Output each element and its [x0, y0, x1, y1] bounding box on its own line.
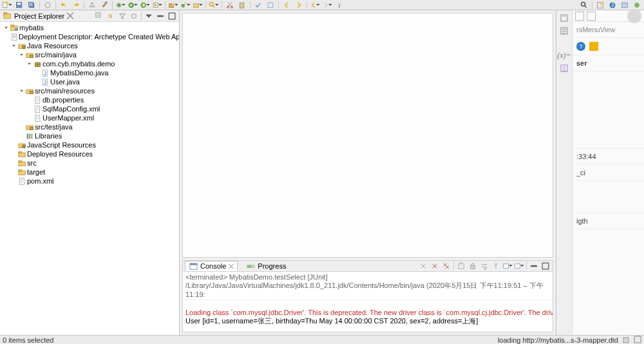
search-tool-icon[interactable] — [209, 1, 219, 10]
avatar-icon[interactable] — [627, 9, 641, 23]
java-ee-perspective-icon[interactable]: J — [607, 1, 618, 10]
save-icon[interactable] — [14, 1, 24, 10]
display-selected-console-icon[interactable] — [502, 262, 513, 271]
separator — [307, 1, 307, 9]
paste-icon[interactable] — [237, 1, 247, 10]
pin-console-icon[interactable] — [491, 262, 501, 271]
open-console-icon[interactable] — [514, 262, 524, 271]
svg-rect-40 — [12, 33, 16, 40]
tree-node[interactable]: pom.xml — [0, 177, 179, 186]
editor-area[interactable] — [182, 13, 553, 258]
tree-node[interactable]: Java Resources — [0, 41, 179, 50]
tree-node[interactable]: mybatis — [0, 23, 179, 32]
restore-icon[interactable] — [558, 13, 570, 23]
new-package-icon[interactable] — [168, 1, 178, 10]
run-last-icon[interactable] — [152, 1, 162, 10]
svg-rect-22 — [240, 3, 244, 8]
terminate-icon[interactable] — [43, 1, 53, 10]
back-icon[interactable] — [310, 1, 320, 10]
word-wrap-icon[interactable] — [479, 262, 489, 271]
svg-rect-7 — [90, 5, 95, 8]
coverage-icon[interactable] — [140, 1, 150, 10]
tree-node[interactable]: Libraries — [0, 131, 179, 140]
cut-icon[interactable] — [225, 1, 235, 10]
svg-rect-8 — [105, 1, 108, 3]
tree-node-label: Deployment Descriptor: Archetype Created… — [19, 33, 179, 41]
focus-icon[interactable] — [129, 12, 139, 21]
tasklist-min-icon[interactable] — [558, 63, 570, 73]
tree-node[interactable]: src/test/java — [0, 122, 179, 131]
new-folder-icon[interactable] — [193, 1, 203, 10]
disclosure-icon[interactable] — [3, 26, 9, 30]
debug-icon[interactable] — [115, 1, 126, 10]
filter-icon[interactable] — [117, 12, 128, 21]
tree-node[interactable]: src/main/resources — [0, 86, 179, 95]
tree-node[interactable]: src/main/java — [0, 50, 179, 59]
quick-access-search-icon[interactable] — [579, 1, 589, 10]
java-perspective-icon[interactable] — [620, 1, 630, 10]
view-menu-icon[interactable] — [144, 12, 154, 21]
undo-icon[interactable] — [59, 1, 69, 10]
right-row-ci: _ci — [573, 165, 644, 181]
remove-all-icon[interactable] — [441, 262, 451, 271]
svg-rect-33 — [3, 13, 6, 14]
svg-rect-63 — [18, 151, 21, 153]
tree-node[interactable]: JavaScript Resources — [0, 140, 179, 149]
tree-node[interactable]: J User.java — [0, 77, 179, 86]
console-output[interactable]: Loading class `com.mysql.jdbc.Driver'. T… — [183, 300, 553, 332]
tree-node[interactable]: SqlMapConfig.xml — [0, 104, 179, 113]
terminate-relaunch-icon[interactable] — [418, 262, 428, 271]
tree-node-label: Libraries — [35, 132, 62, 140]
pin-editor-icon[interactable] — [334, 1, 345, 10]
remove-launch-icon[interactable] — [430, 262, 440, 271]
next-edit-icon[interactable] — [294, 1, 304, 10]
tab-console[interactable]: Console — [185, 261, 238, 271]
hammer-icon[interactable] — [99, 1, 109, 10]
tree-node[interactable]: Deployment Descriptor: Archetype Created… — [0, 32, 179, 41]
svg-rect-24 — [337, 2, 341, 5]
new-icon[interactable] — [2, 1, 12, 10]
debug-perspective-icon[interactable] — [632, 1, 642, 10]
collapse-all-icon[interactable] — [94, 12, 104, 21]
maximize-icon[interactable] — [167, 12, 177, 21]
svg-rect-56 — [30, 127, 33, 129]
project-tree[interactable]: mybatis Deployment Descriptor: Archetype… — [0, 22, 179, 335]
warning-badge-icon[interactable] — [589, 42, 598, 51]
outline-min-icon[interactable] — [558, 26, 570, 36]
expression-icon[interactable]: (x)= — [558, 50, 570, 61]
scroll-lock-icon[interactable] — [468, 262, 478, 271]
svg-text:J: J — [43, 70, 46, 76]
publish-icon[interactable] — [87, 1, 97, 10]
tree-node[interactable]: Deployed Resources — [0, 149, 179, 158]
prev-edit-icon[interactable] — [281, 1, 292, 10]
tree-node[interactable]: src — [0, 158, 179, 167]
tree-node[interactable]: target — [0, 167, 179, 177]
minimize-icon[interactable] — [529, 262, 539, 271]
placeholder-icon[interactable] — [587, 12, 596, 21]
close-icon[interactable] — [228, 262, 234, 271]
tree-node[interactable]: db.properties — [0, 95, 179, 104]
tab-progress[interactable]: Progress — [243, 262, 289, 271]
svg-rect-36 — [169, 13, 175, 19]
run-icon[interactable] — [128, 1, 138, 10]
forward-icon[interactable] — [322, 1, 332, 10]
tree-node[interactable]: J MybatisDemo.java — [0, 68, 179, 77]
save-all-icon[interactable] — [26, 1, 37, 10]
toggle-mark-icon[interactable] — [253, 1, 263, 10]
close-icon[interactable] — [66, 12, 74, 21]
maximize-icon[interactable] — [540, 262, 551, 271]
info-badge-icon[interactable]: ? — [576, 42, 585, 51]
overview-icon[interactable] — [634, 336, 641, 345]
separator — [592, 1, 592, 9]
redo-icon[interactable] — [71, 1, 81, 10]
tree-node[interactable]: com.cyb.mybatis.demo — [0, 59, 179, 68]
minimize-icon[interactable] — [155, 12, 166, 21]
toggle-block-icon[interactable] — [265, 1, 276, 10]
link-editor-icon[interactable] — [106, 12, 116, 21]
open-perspective-icon[interactable] — [595, 1, 605, 10]
placeholder-icon[interactable] — [575, 12, 584, 21]
clear-console-icon[interactable] — [456, 262, 466, 271]
new-class-icon[interactable] — [180, 1, 191, 10]
tree-node[interactable]: UserMapper.xml — [0, 113, 179, 122]
gc-icon[interactable] — [622, 336, 630, 345]
